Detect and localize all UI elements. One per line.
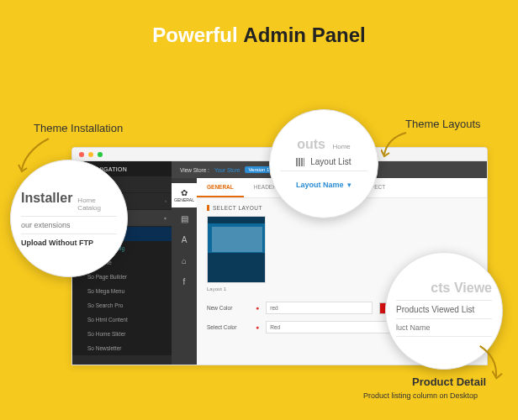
sidebar-subitem-so-search-pro[interactable]: So Search Pro — [72, 298, 172, 312]
installer-title: Installer — [21, 191, 72, 206]
grid-icon — [296, 158, 304, 166]
chevron-down-icon: ▾ — [347, 181, 352, 189]
installer-line3: Upload Without FTP — [21, 239, 117, 247]
sidebar-subitem-so-mega-menu[interactable]: So Mega Menu — [72, 284, 172, 298]
products-title-gray: cts Viewe — [396, 281, 492, 296]
installer-top-right: Home Catalog — [77, 197, 117, 212]
maximize-icon[interactable] — [98, 152, 103, 157]
label-new-color: New Color — [207, 305, 249, 311]
sidebar-subitem-so-newsletter[interactable]: So Newsletter — [72, 341, 172, 355]
installer-line2: our extensions — [21, 221, 117, 229]
layouts-home: Home — [332, 143, 350, 150]
heading-powerful: Powerful — [152, 24, 237, 46]
callout-theme-installation: Theme Installation — [34, 122, 123, 134]
rail-custom-icon[interactable]: ⌂ — [172, 251, 197, 270]
layout-thumbnail[interactable] — [207, 216, 266, 283]
layouts-heading: Layout List — [310, 157, 351, 166]
tab-general[interactable]: GENERAL — [197, 178, 244, 197]
products-row-label: Products Viewed List — [396, 305, 492, 314]
page-heading: Powerful Admin Panel — [0, 0, 518, 47]
lens-layouts: outs Home Layout List Layout Name ▾ — [269, 109, 378, 218]
icon-rail: ✿ GENERAL ▤ A ⌂ f — [172, 178, 197, 365]
callout-product-detail-sub: Product listing column on Desktop — [363, 391, 478, 400]
required-icon: ● — [256, 305, 259, 311]
rail-social-icon[interactable]: f — [172, 272, 197, 291]
chevron-right-icon: › — [165, 198, 166, 203]
arrow-layouts — [381, 126, 423, 168]
lens-installer: Installer Home Catalog our extensions Up… — [10, 160, 128, 277]
layout-name-link[interactable]: Layout Name — [296, 181, 344, 189]
rail-font-icon[interactable]: A — [172, 230, 197, 249]
sidebar-subitem-so-home-slider[interactable]: So Home Slider — [72, 327, 172, 341]
gear-icon: ✿ — [172, 188, 197, 197]
view-store-label: View Store : — [180, 167, 209, 173]
store-link[interactable]: Your Store — [214, 167, 240, 173]
rail-general[interactable]: ✿ GENERAL — [172, 183, 197, 207]
chevron-down-icon: ▾ — [164, 215, 166, 221]
sidebar-subitem-so-html-content[interactable]: So Html Content — [72, 312, 172, 327]
minimize-icon[interactable] — [88, 152, 93, 157]
label-select-color: Select Color — [207, 324, 249, 330]
rail-pages-icon[interactable]: ▤ — [172, 209, 197, 228]
heading-admin-panel: Admin Panel — [243, 24, 365, 46]
products-cell: luct Name — [396, 323, 492, 332]
arrow-install — [15, 134, 57, 176]
layouts-title-gray: outs — [297, 137, 325, 151]
close-icon[interactable] — [79, 152, 84, 157]
required-icon: ● — [256, 324, 259, 330]
input-new-color[interactable]: red — [266, 302, 373, 314]
